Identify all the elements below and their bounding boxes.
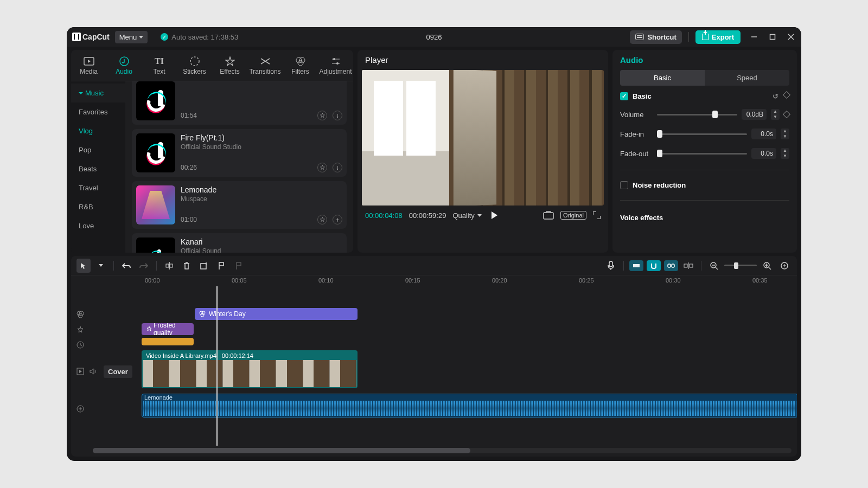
timeline-tracks[interactable]: Cover Winter's Day Frosted quality (71, 286, 797, 446)
record-button[interactable] (604, 259, 618, 273)
clip-filter[interactable]: Winter's Day (195, 308, 358, 320)
clip-effect[interactable]: Frosted quality (142, 323, 194, 335)
sidebar-item-vlog[interactable]: Vlog (71, 121, 125, 140)
tab-basic[interactable]: Basic (620, 70, 705, 86)
scrollbar-thumb[interactable] (93, 448, 470, 453)
marker-alt-button[interactable] (232, 259, 246, 273)
download-icon[interactable]: ↓ (333, 163, 342, 172)
section-noise: Noise reduction (620, 181, 789, 189)
zoom-slider[interactable] (724, 265, 757, 266)
fullscreen-icon[interactable] (593, 211, 601, 219)
app-logo: CapCut (72, 33, 110, 41)
menu-button[interactable]: Menu (115, 31, 148, 43)
export-icon (702, 34, 709, 40)
expand-icon[interactable] (76, 368, 84, 375)
track-duration: 00:26 (181, 164, 197, 171)
tab-transitions[interactable]: Transitions (247, 50, 283, 81)
checkbox-on-icon[interactable]: ✓ (620, 92, 628, 100)
fadeout-value[interactable]: 0.0s (751, 148, 776, 159)
clip-audio[interactable]: Lemonade (142, 394, 797, 418)
playhead[interactable] (216, 286, 218, 446)
keyboard-icon (635, 34, 644, 40)
fadein-value[interactable]: 0.0s (751, 129, 776, 139)
favorite-icon[interactable]: ☆ (317, 163, 327, 172)
aspect-ratio-button[interactable]: Original (560, 211, 586, 220)
svg-point-12 (333, 58, 335, 60)
fadeout-slider[interactable] (657, 153, 747, 155)
volume-slider[interactable] (657, 114, 737, 115)
sidebar-item-beats[interactable]: Beats (71, 159, 125, 178)
tab-effects[interactable]: Effects (212, 50, 247, 81)
properties-panel: Audio Basic Speed ✓ Basic ↺ Volume 0. (612, 50, 797, 253)
track-card[interactable]: Lemonade Muspace 01:00 ☆ ＋ (132, 181, 347, 229)
play-button[interactable] (492, 211, 497, 219)
track-card[interactable]: Kanari Official Sound (132, 233, 347, 253)
download-icon[interactable]: ↓ (333, 111, 342, 120)
clip-video[interactable]: Video Inside A Library.mp4 00:00:12:14 (142, 350, 358, 388)
magnet-link-button[interactable] (664, 260, 678, 271)
favorite-icon[interactable]: ☆ (317, 111, 327, 120)
close-button[interactable] (786, 32, 796, 42)
tab-audio[interactable]: Audio (106, 50, 142, 81)
magnet-snap-button[interactable] (647, 260, 661, 271)
sidebar-item-rnb[interactable]: R&B (71, 197, 125, 216)
track-card[interactable]: 01:54 ☆ ↓ (132, 81, 347, 125)
add-icon[interactable]: ＋ (333, 215, 342, 224)
minimize-button[interactable] (749, 32, 759, 42)
video-preview[interactable] (362, 70, 604, 206)
track-head-audio[interactable] (71, 397, 141, 421)
timeline-ruler[interactable]: 00:00 00:05 00:10 00:15 00:20 00:25 00:3… (141, 275, 797, 286)
zoom-in-button[interactable] (760, 259, 774, 273)
split-button[interactable] (162, 259, 176, 273)
marker-button[interactable] (214, 259, 228, 273)
reset-icon[interactable]: ↺ (773, 92, 778, 100)
sidebar-item-travel[interactable]: Travel (71, 178, 125, 197)
checkbox-off-icon[interactable] (620, 181, 628, 189)
keyframe-icon[interactable] (783, 91, 790, 99)
zoom-fit-button[interactable] (777, 259, 792, 273)
crop-button[interactable] (197, 259, 211, 273)
timeline-scrollbar[interactable] (93, 448, 792, 453)
snapshot-icon[interactable] (543, 211, 554, 220)
track-head-transition[interactable] (71, 337, 141, 352)
keyframe-icon[interactable] (783, 111, 790, 118)
fadeout-stepper[interactable]: ▲▼ (781, 148, 789, 159)
delete-button[interactable] (180, 259, 194, 273)
pointer-tool[interactable] (76, 259, 91, 273)
sidebar-item-favorites[interactable]: Favorites (71, 102, 125, 121)
sidebar-item-pop[interactable]: Pop (71, 140, 125, 159)
track-head-effect[interactable] (71, 322, 141, 337)
sidebar-item-love[interactable]: Love (71, 216, 125, 235)
sidebar-item-music[interactable]: Music (71, 84, 125, 102)
mute-icon[interactable] (90, 368, 98, 375)
clip-transition[interactable] (142, 338, 194, 345)
pointer-dropdown[interactable] (94, 259, 108, 273)
export-label: Export (712, 33, 734, 41)
tab-stickers[interactable]: Stickers (177, 50, 212, 81)
zoom-out-button[interactable] (707, 259, 721, 273)
preview-cut-button[interactable] (681, 259, 695, 273)
magnet-main-button[interactable] (629, 260, 643, 271)
fadein-slider[interactable] (657, 133, 747, 135)
cover-button[interactable]: Cover (104, 365, 132, 378)
fadein-stepper[interactable]: ▲▼ (781, 129, 789, 139)
tab-media[interactable]: Media (71, 50, 106, 81)
shortcut-button[interactable]: Shortcut (630, 30, 681, 44)
tab-filters[interactable]: Filters (283, 50, 318, 81)
tab-speed[interactable]: Speed (705, 70, 789, 86)
property-tabs: Basic Speed (612, 70, 797, 86)
quality-dropdown[interactable]: Quality (452, 211, 481, 220)
maximize-button[interactable] (768, 32, 777, 42)
section-basic: ✓ Basic ↺ (620, 92, 789, 100)
undo-button[interactable] (119, 259, 133, 273)
volume-stepper[interactable]: ▲▼ (771, 109, 780, 120)
fadein-label: Fade-in (620, 130, 653, 138)
volume-value[interactable]: 0.0dB (742, 109, 767, 120)
tab-adjustment[interactable]: Adjustment (318, 50, 353, 81)
favorite-icon[interactable]: ☆ (317, 215, 327, 224)
track-head-filter[interactable] (71, 307, 141, 322)
export-button[interactable]: Export (695, 30, 741, 44)
track-card[interactable]: Fire Fly(Pt.1) Official Sound Studio 00:… (132, 129, 347, 177)
tab-text[interactable]: TI Text (142, 50, 177, 81)
redo-button[interactable] (137, 259, 151, 273)
